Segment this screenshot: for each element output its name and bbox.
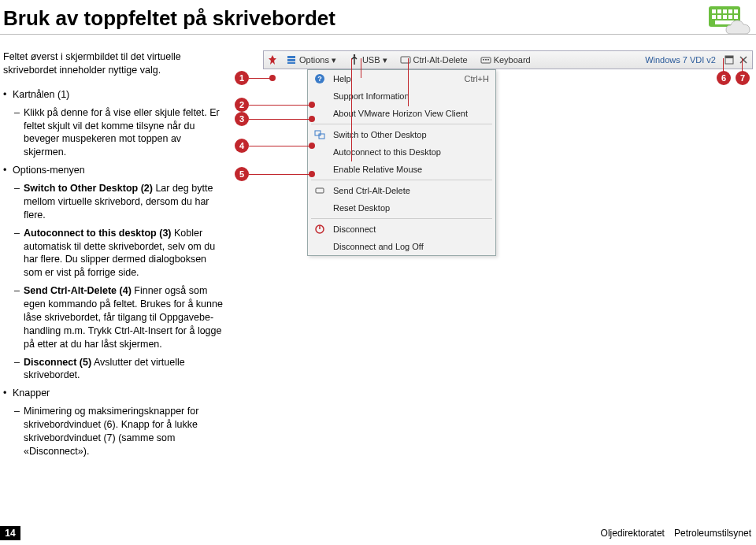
callout-3: 3 xyxy=(235,112,249,126)
bullet-opt5: Disconnect (5) Avslutter det virtuelle s… xyxy=(3,356,224,383)
svg-text:?: ? xyxy=(317,75,322,83)
callout-4: 4 xyxy=(235,139,249,153)
shortcut-label: Ctrl+H xyxy=(465,74,489,83)
bullet-opt4: Send Ctrl-Alt-Delete (4) Finner også som… xyxy=(3,284,224,350)
options-icon xyxy=(286,54,297,65)
options-button[interactable]: Options ▾ xyxy=(281,53,341,67)
svg-rect-10 xyxy=(734,15,738,19)
bullet-kartnalen-body: Klikk på denne for å vise eller skjule f… xyxy=(3,106,224,160)
vdi-toolbar: Options ▾ USB ▾ Ctrl-Alt-Delete xyxy=(263,50,753,69)
svg-rect-9 xyxy=(728,15,732,19)
switch-desktop-icon xyxy=(313,128,327,141)
vm-name-label: Windows 7 VDI v2 xyxy=(645,55,716,65)
svg-rect-3 xyxy=(723,9,727,13)
footer: 14 Oljedirektoratet Petroleumstilsynet xyxy=(0,526,751,540)
callout-7: 7 xyxy=(736,71,750,85)
menu-enable-relative-mouse[interactable]: Enable Relative Mouse xyxy=(308,161,495,178)
callout-5: 5 xyxy=(235,167,249,181)
menu-disconnect[interactable]: Disconnect xyxy=(308,221,495,238)
pin-1 xyxy=(269,75,276,81)
bullet-options: Options-menyen xyxy=(3,164,224,177)
keyboard-icon xyxy=(480,54,491,65)
menu-reset-desktop[interactable]: Reset Desktop xyxy=(308,199,495,217)
pin-3 xyxy=(309,116,315,122)
disconnect-icon xyxy=(313,223,327,235)
page-number: 14 xyxy=(0,526,20,540)
svg-rect-8 xyxy=(723,15,727,19)
menu-help[interactable]: ? Help Ctrl+H xyxy=(308,70,495,87)
menu-send-cad[interactable]: Send Ctrl-Alt-Delete xyxy=(308,182,495,199)
help-icon: ? xyxy=(313,72,327,85)
svg-rect-12 xyxy=(287,56,295,58)
svg-rect-13 xyxy=(287,59,295,61)
pin-2 xyxy=(309,102,315,108)
left-column: Feltet øverst i skjermbildet til det vir… xyxy=(3,50,224,463)
pin-4 xyxy=(309,143,315,149)
svg-rect-26 xyxy=(319,134,324,139)
send-cad-icon xyxy=(313,184,327,197)
bullet-opt3: Autoconnect to this desktop (3) Kobler a… xyxy=(3,227,224,280)
svg-rect-22 xyxy=(725,56,733,58)
callout-2: 2 xyxy=(235,98,249,112)
svg-rect-5 xyxy=(734,9,738,13)
footer-org-left: Oljedirektoratet xyxy=(601,528,665,539)
bullet-opt2: Switch to Other Desktop (2) Lar deg bytt… xyxy=(3,182,224,222)
svg-rect-20 xyxy=(487,59,489,61)
pin-5 xyxy=(309,171,315,177)
svg-rect-14 xyxy=(287,62,295,64)
keyboard-key-icon xyxy=(400,54,411,65)
dropdown-icon: ▾ xyxy=(332,55,336,65)
options-menu: ? Help Ctrl+H Support Information About … xyxy=(307,69,496,256)
menu-disconnect-logoff[interactable]: Disconnect and Log Off xyxy=(308,238,495,255)
page-title: Bruk av toppfeltet på skrivebordet xyxy=(0,0,756,35)
pin-icon[interactable] xyxy=(267,54,278,65)
menu-switch-desktop[interactable]: Switch to Other Desktop xyxy=(308,126,495,143)
callout-1: 1 xyxy=(235,71,249,85)
svg-rect-27 xyxy=(316,188,324,193)
keyboard-button[interactable]: Keyboard xyxy=(476,53,536,67)
screenshot-area: 1 2 3 4 5 6 7 xyxy=(235,50,753,463)
intro-text: Feltet øverst i skjermbildet til det vir… xyxy=(3,50,224,77)
minimize-maximize-icon[interactable] xyxy=(724,54,735,65)
footer-org-right: Petroleumstilsynet xyxy=(674,528,751,539)
svg-rect-7 xyxy=(717,15,721,19)
svg-rect-1 xyxy=(712,9,716,13)
menu-about[interactable]: About VMware Horizon View Client xyxy=(308,105,495,122)
close-icon[interactable] xyxy=(738,54,749,65)
bullet-knapper: Knapper xyxy=(3,387,224,400)
bullet-kartnalen: Kartnålen (1) xyxy=(3,88,224,102)
menu-support-info[interactable]: Support Information xyxy=(308,87,495,105)
svg-rect-6 xyxy=(712,15,716,19)
logo-keyboard-cloud xyxy=(707,5,751,35)
svg-point-15 xyxy=(354,54,355,56)
svg-rect-19 xyxy=(485,59,487,61)
dropdown-icon: ▾ xyxy=(383,55,387,65)
menu-autoconnect[interactable]: Autoconnect to this Desktop xyxy=(308,143,495,161)
svg-rect-18 xyxy=(483,59,484,61)
svg-rect-2 xyxy=(717,9,721,13)
ctrl-alt-delete-button[interactable]: Ctrl-Alt-Delete xyxy=(395,53,472,67)
callout-6: 6 xyxy=(717,71,731,85)
svg-rect-25 xyxy=(315,131,321,135)
svg-rect-4 xyxy=(728,9,732,13)
bullet-knapper-body: Minimering og maksimeringsknapper for sk… xyxy=(3,405,224,458)
